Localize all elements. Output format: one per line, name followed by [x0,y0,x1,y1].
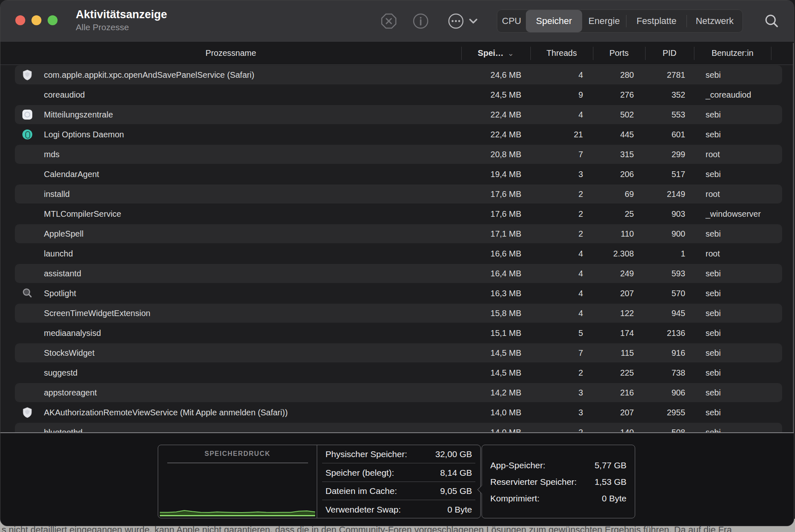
app-memory-stat-row: Reservierter Speicher:1,53 GB [482,474,635,490]
stat-label: Verwendeter Swap: [325,505,401,515]
icon-slot-empty [22,367,33,378]
process-row[interactable]: appstoreagent14,2 MB3216906sebi [0,383,794,403]
table-header: Prozessname Spei…⌄ Threads Ports PID Ben… [0,42,794,65]
process-row[interactable]: ScreenTimeWidgetExtension15,8 MB4122945s… [0,303,794,323]
threads-value: 2 [530,229,593,239]
threads-value: 7 [530,348,593,358]
column-header-pid[interactable]: PID [645,48,694,58]
scrollbar-track-edge[interactable] [793,43,794,432]
process-row[interactable]: suggestd14,5 MB2225738sebi [0,363,794,383]
stat-label: Physischer Speicher: [325,449,407,459]
process-row[interactable]: bluetoothd14,0 MB2140508sebi [0,422,794,432]
user-value: sebi [694,328,771,338]
process-row[interactable]: launchd16,6 MB42.3081root [0,244,794,264]
process-row[interactable]: coreaudiod24,5 MB9276352_coreaudiod [0,85,794,105]
memory-footer-pane: SPEICHERDRUCK Physischer Speicher:32,00 … [0,432,794,526]
column-header-threads[interactable]: Threads [530,48,593,58]
window-subtitle: Alle Prozesse [76,22,167,33]
column-header-ports[interactable]: Ports [593,48,645,58]
ports-value: 25 [593,209,645,219]
background-window-text: s nicht detailliert eingegangen wurde, k… [2,525,732,532]
app-memory-stats-list: App-Speicher:5,77 GBReservierter Speiche… [482,457,635,507]
process-row[interactable]: Mitteilungszentrale22,4 MB4502553sebi [0,105,794,125]
more-options-icon[interactable] [447,12,484,30]
pid-value: 1 [645,249,694,259]
icon-slot-empty [22,268,33,279]
ports-value: 174 [593,328,645,338]
process-name: appstoreagent [44,388,97,398]
stat-value: 5,77 GB [595,460,626,470]
column-header-speicher[interactable]: Spei…⌄ [461,48,530,58]
threads-value: 3 [530,408,593,417]
view-tabs: CPUSpeicherEnergieFestplatteNetzwerk [497,10,743,33]
threads-value: 3 [530,388,593,398]
ports-value: 2.308 [593,249,645,259]
column-header-benutzer[interactable]: Benutzer:in [694,48,771,58]
icon-slot-empty [22,89,33,100]
process-row[interactable]: com.apple.appkit.xpc.openAndSavePanelSer… [0,65,794,85]
icon-slot-empty [22,248,33,259]
process-row[interactable]: StocksWidget14,5 MB7115916sebi [0,343,794,363]
process-row[interactable]: AKAuthorizationRemoteViewService (Mit Ap… [0,403,794,422]
process-row[interactable]: AppleSpell17,1 MB2110900sebi [0,224,794,244]
search-icon[interactable] [762,12,781,30]
memory-value: 17,1 MB [461,229,530,239]
threads-value: 2 [530,209,593,219]
process-row[interactable]: MTLCompilerService17,6 MB225903_windowse… [0,204,794,224]
stat-label: App-Speicher: [490,460,545,470]
process-row[interactable]: mediaanalysisd15,1 MB51742136sebi [0,323,794,343]
memory-value: 17,6 MB [461,209,530,219]
sort-chevron-icon: ⌄ [508,49,514,58]
tab-speicher[interactable]: Speicher [526,10,582,32]
process-name: assistantd [44,269,81,278]
memory-value: 14,5 MB [461,348,530,358]
minimize-button[interactable] [31,15,41,25]
memory-value: 14,2 MB [461,388,530,398]
quit-process-icon[interactable] [380,12,398,30]
pid-value: 945 [645,309,694,318]
tab-cpu[interactable]: CPU [497,10,526,32]
memory-value: 24,5 MB [461,90,530,100]
process-name: AppleSpell [44,229,84,239]
tab-energie[interactable]: Energie [582,10,626,32]
icon-slot-empty [22,228,33,239]
tab-netzwerk[interactable]: Netzwerk [687,10,742,32]
user-value: sebi [694,309,771,318]
process-row[interactable]: Logi Options Daemon22,4 MB21445601sebi [0,125,794,144]
threads-value: 3 [530,170,593,179]
zoom-button[interactable] [48,15,58,25]
threads-value: 2 [530,428,593,433]
process-name: StocksWidget [44,348,94,358]
process-row[interactable]: mds20,8 MB7315299root [0,144,794,164]
pid-value: 299 [645,150,694,159]
app-memory-stat-row: Komprimiert:0 Byte [482,490,635,507]
process-row[interactable]: installd17,6 MB2692149root [0,184,794,204]
process-name: mds [44,150,60,159]
memory-value: 14,0 MB [461,428,530,433]
ports-value: 69 [593,189,645,199]
ports-value: 207 [593,408,645,417]
user-value: _coreaudiod [694,90,771,100]
icon-slot-empty [22,149,33,160]
inspect-icon[interactable] [412,12,430,30]
process-row[interactable]: assistantd16,4 MB4249593sebi [0,264,794,283]
process-name: suggestd [44,368,77,378]
memory-value: 14,0 MB [461,408,530,417]
column-divider [530,47,531,60]
user-value: sebi [694,229,771,239]
pid-value: 2136 [645,328,694,338]
user-value: sebi [694,428,771,433]
threads-value: 4 [530,269,593,278]
shield-icon [22,69,33,80]
threads-value: 4 [530,309,593,318]
tab-festplatte[interactable]: Festplatte [626,10,687,32]
pid-value: 903 [645,209,694,219]
threads-value: 7 [530,150,593,159]
stat-label: Dateien im Cache: [325,486,397,496]
close-button[interactable] [15,15,25,25]
process-row[interactable]: CalendarAgent19,4 MB3206517sebi [0,164,794,184]
process-row[interactable]: Spotlight16,3 MB4207570sebi [0,283,794,303]
column-header-prozessname[interactable]: Prozessname [0,48,461,58]
memory-stat-row: Physischer Speicher:32,00 GB [317,445,480,463]
process-name: Spotlight [44,289,76,298]
